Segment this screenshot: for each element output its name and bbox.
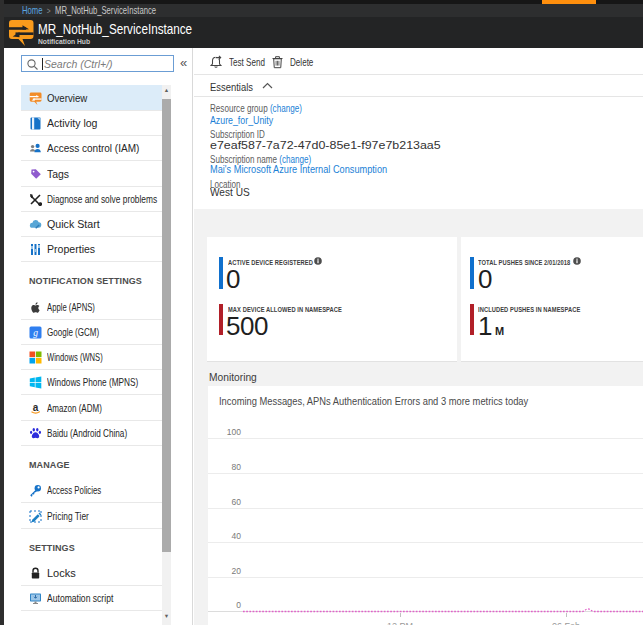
svg-text:g: g: [33, 328, 38, 338]
svg-text:a: a: [33, 402, 39, 413]
